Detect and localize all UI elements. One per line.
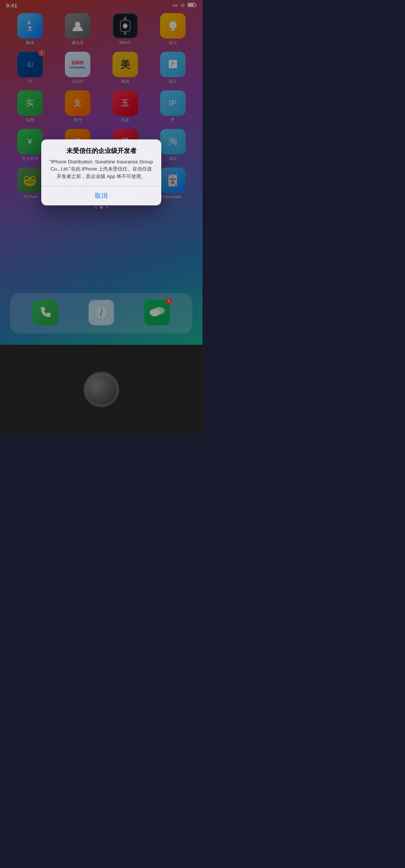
- alert-content: 未受信任的企业级开发者 "iPhone Distribution: Sunshi…: [41, 139, 161, 186]
- alert-overlay: 未受信任的企业级开发者 "iPhone Distribution: Sunshi…: [0, 0, 202, 345]
- phone-bottom-bezel: [0, 345, 202, 434]
- alert-title: 未受信任的企业级开发者: [49, 147, 154, 155]
- alert-cancel-button[interactable]: 取消: [41, 186, 161, 205]
- phone-screen: 9:41 ▪▪▪ A文翻译 通: [0, 0, 202, 345]
- alert-dialog: 未受信任的企业级开发者 "iPhone Distribution: Sunshi…: [41, 139, 161, 206]
- alert-message: "iPhone Distribution: Sunshine Insurance…: [49, 158, 154, 180]
- home-button[interactable]: [84, 373, 118, 406]
- alert-buttons: 取消: [41, 186, 161, 205]
